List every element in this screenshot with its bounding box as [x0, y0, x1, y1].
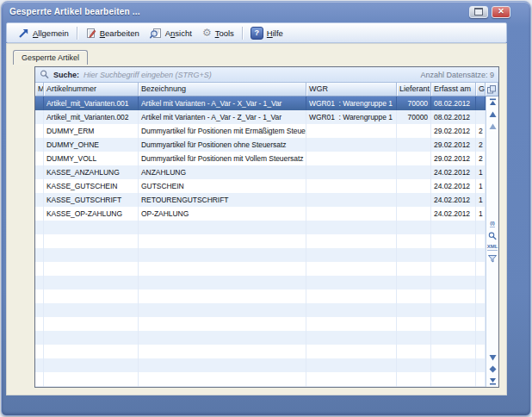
column-header-artikelnummer[interactable]: Artikelnummer: [44, 83, 139, 96]
table-row[interactable]: DUMMY_OHNEDummyartikel für Positionen oh…: [35, 138, 486, 152]
table-cell-artikelnummer: [44, 262, 139, 276]
close-button[interactable]: ✕: [492, 6, 510, 18]
toolbar-item-label: Bearbeiten: [100, 28, 139, 38]
toolbar-item-label: Allgemein: [33, 28, 69, 38]
grid-search-button[interactable]: [487, 232, 497, 240]
column-header-bezeichnung[interactable]: Bezeichnung: [139, 83, 306, 96]
column-header-wgr[interactable]: WGR: [306, 83, 397, 96]
table-cell-lieferant: [397, 234, 431, 248]
table-cell-lieferant: [397, 179, 431, 193]
tab-content-area: Gesperrte Artikel Suche: Hier Suchbegrif…: [6, 43, 507, 395]
table-cell-m: [35, 152, 44, 165]
table-cell-m: [35, 165, 44, 179]
table-cell-erfasst-am: 29.02.2012: [431, 124, 476, 138]
scroll-down-button[interactable]: [488, 353, 498, 361]
nav-diamond-button[interactable]: [488, 365, 498, 373]
toolbar-item-label: Hilfe: [267, 28, 283, 38]
table-cell-bezeichnung: Dummyartikel für Positionen mit Vollem S…: [139, 152, 306, 165]
table-cell-lieferant: [397, 289, 431, 303]
column-header-erfasst-am[interactable]: Erfasst am: [431, 83, 476, 96]
table-cell-erfasst-am: 29.02.2012: [431, 138, 476, 152]
table-row[interactable]: KASSE_GUTSCHRIFTRETOURENGUTSCHRIFT24.02.…: [35, 193, 486, 207]
table-row[interactable]: Artikel_mit_Varianten.001Artikel mit Var…: [35, 96, 486, 110]
grid-panel: Suche: Hier Suchbegriff eingeben (STRG+S…: [34, 66, 499, 388]
scroll-up-button[interactable]: [488, 110, 498, 118]
table-cell-erfasst-am: 08.02.2012: [431, 96, 476, 110]
table-cell-bezeichnung: RETOURENGUTSCHRIFT: [139, 193, 306, 207]
scroll-first-button[interactable]: [488, 98, 498, 106]
table-row[interactable]: DUMMY_VOLLDummyartikel für Positionen mi…: [35, 152, 486, 165]
edit-document-icon: [85, 28, 96, 39]
table-cell-wgr: [306, 331, 397, 345]
table-cell-bezeichnung: [139, 317, 306, 331]
toolbar: Allgemein Bearbeiten Ansicht: [6, 22, 507, 43]
table-cell-g: [476, 358, 486, 372]
restore-window-button[interactable]: [469, 6, 488, 18]
table-cell-artikelnummer: [44, 358, 139, 372]
table-cell-lieferant: [397, 248, 431, 262]
table-cell-wgr: [306, 276, 397, 289]
table-cell-m: [35, 248, 44, 262]
window-controls: ✕: [469, 6, 523, 18]
column-chooser-button[interactable]: [486, 83, 498, 96]
column-header-lieferant[interactable]: Lieferant: [397, 83, 431, 96]
table-cell-m: [35, 386, 44, 387]
table-cell-bezeichnung: OP-ZAHLUNG: [139, 207, 306, 221]
record-count: Anzahl Datensätze: 9: [420, 71, 494, 79]
table-cell-erfasst-am: [431, 317, 476, 331]
search-input[interactable]: Hier Suchbegriff eingeben (STRG+S): [84, 71, 212, 79]
table-cell-wgr: [306, 234, 397, 248]
table-cell-artikelnummer: [44, 345, 139, 358]
table-row[interactable]: KASSE_OP-ZAHLUNGOP-ZAHLUNG24.02.20121: [35, 207, 486, 221]
table-cell-lieferant: [397, 152, 431, 165]
table-row[interactable]: KASSE_GUTSCHEINGUTSCHEIN24.02.20121: [35, 179, 486, 193]
table-cell-lieferant: [397, 193, 431, 207]
table-cell-lieferant: [397, 138, 431, 152]
table-cell-g: 2: [476, 124, 486, 138]
table-cell-wgr: [306, 138, 397, 152]
filter-button[interactable]: [487, 255, 497, 263]
tab-gesperrte-artikel[interactable]: Gesperrte Artikel: [13, 50, 88, 65]
table-cell-artikelnummer: KASSE_OP-ZAHLUNG: [44, 207, 139, 221]
table-cell-artikelnummer: [44, 372, 139, 386]
table-cell-artikelnummer: Artikel_mit_Varianten.001: [44, 96, 139, 110]
toolbar-item-hilfe[interactable]: ? Hilfe: [245, 25, 288, 41]
grid-header: M Artikelnummer Bezeichnung WGR Lieferan…: [35, 83, 498, 96]
table-row[interactable]: Artikel_mit_Varianten.002Artikel mit Var…: [35, 110, 486, 124]
table-filler-row: [35, 358, 486, 372]
table-filler-row: [35, 289, 486, 303]
table-cell-artikelnummer: Artikel_mit_Varianten.002: [44, 110, 139, 124]
table-cell-wgr: [306, 248, 397, 262]
table-cell-erfasst-am: [431, 386, 476, 387]
table-row[interactable]: DUMMY_ERMDummyartikel für Positionen mit…: [35, 124, 486, 138]
table-filler-row: [35, 317, 486, 331]
table-cell-bezeichnung: [139, 358, 306, 372]
column-header-m[interactable]: M: [35, 83, 44, 96]
table-row[interactable]: KASSE_ANZAHLUNGANZAHLUNG24.02.20121: [35, 165, 486, 179]
table-cell-g: [476, 262, 486, 276]
table-cell-erfasst-am: [431, 331, 476, 345]
brackets-info-button[interactable]: (I): [490, 221, 495, 227]
xml-export-button[interactable]: XML: [487, 244, 498, 251]
table-cell-g: [476, 303, 486, 317]
grid-rows: Artikel_mit_Varianten.001Artikel mit Var…: [35, 96, 486, 387]
table-cell-m: [35, 303, 44, 317]
search-label: Suche:: [53, 71, 79, 79]
table-cell-lieferant: 70000: [397, 96, 431, 110]
toolbar-item-tools[interactable]: ⚙ Tools: [197, 26, 239, 40]
table-cell-wgr: [306, 372, 397, 386]
scroll-last-button[interactable]: [488, 377, 498, 385]
toolbar-item-bearbeiten[interactable]: Bearbeiten: [80, 26, 145, 40]
page-up-button[interactable]: [488, 122, 498, 130]
table-cell-lieferant: [397, 358, 431, 372]
table-cell-m: [35, 193, 44, 207]
column-header-g[interactable]: G: [476, 83, 486, 96]
table-cell-erfasst-am: [431, 262, 476, 276]
table-cell-lieferant: [397, 345, 431, 358]
table-cell-bezeichnung: Artikel mit Varianten - A_Var - X_Var - …: [139, 96, 306, 110]
table-cell-lieferant: [397, 331, 431, 345]
table-cell-bezeichnung: ANZAHLUNG: [139, 165, 306, 179]
toolbar-item-allgemein[interactable]: Allgemein: [13, 26, 74, 40]
toolbar-item-ansicht[interactable]: Ansicht: [145, 26, 197, 40]
table-cell-g: 1: [476, 165, 486, 179]
